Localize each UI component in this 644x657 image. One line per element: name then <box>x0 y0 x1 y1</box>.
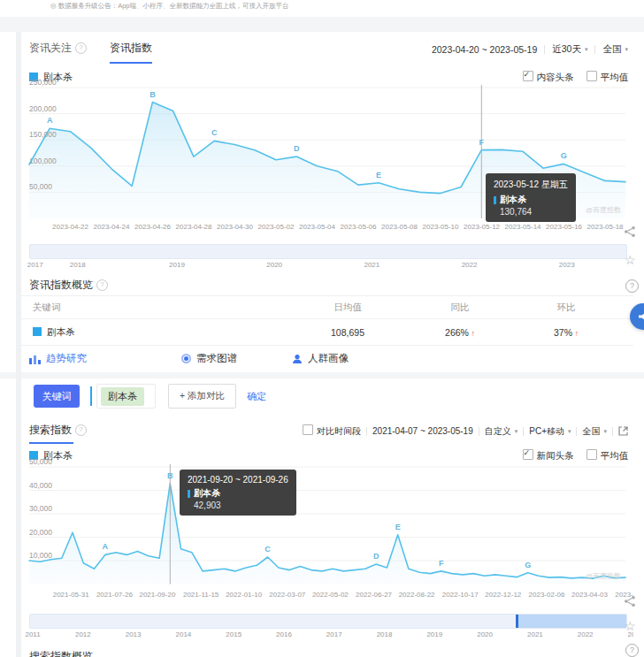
banner-text: ◎ 数据服务升级公告：App端、小程序、全新数据能力全面上线，可接入开放平台 <box>50 2 288 10</box>
divider-band-middle <box>0 372 644 378</box>
year-label: 2016 <box>276 630 292 638</box>
series-color-bar <box>90 386 92 406</box>
year-range-slider[interactable]: 2011201220132014201520162017201820192020… <box>29 614 627 640</box>
chart1-controls: 2023-04-20 ~ 2023-05-19 近30天 全国 <box>432 43 628 56</box>
col-daily-avg: 日均值 <box>334 302 362 314</box>
chart2-legend-row: 剧本杀 新闻头条 平均值 <box>29 449 628 462</box>
peak-marker: B <box>150 90 156 99</box>
help-icon[interactable] <box>625 644 639 657</box>
help-icon[interactable] <box>625 279 639 293</box>
series-color-swatch <box>33 327 42 336</box>
y-axis-tick: 150,000 <box>29 130 57 139</box>
year-label: 2012 <box>75 630 91 638</box>
col-mom: 环比 <box>557 302 576 314</box>
keyword-button[interactable]: 关键词 <box>34 385 80 408</box>
average-option[interactable]: 平均值 <box>586 449 629 462</box>
year-label: 2019 <box>426 630 442 638</box>
confirm-button[interactable]: 确定 <box>247 390 266 403</box>
x-axis-tick: 2022-01-10 <box>226 591 262 599</box>
year-label: 2017 <box>326 630 342 638</box>
year-label: 2022 <box>462 261 478 269</box>
x-axis-tick: 2022-10-17 <box>442 591 479 599</box>
next-section-title-clipped: 搜索指数概览 <box>29 649 93 657</box>
content-headline-option[interactable]: 内容头条 <box>523 71 574 84</box>
share-icon[interactable] <box>624 595 636 611</box>
date-range-label[interactable]: 2023-04-20 ~ 2023-05-19 <box>432 44 537 55</box>
export-icon[interactable] <box>618 426 628 436</box>
checkbox-unchecked-icon[interactable] <box>586 71 597 81</box>
year-label: 2013 <box>126 630 142 638</box>
range-dropdown[interactable]: 近30天 <box>552 43 587 56</box>
add-compare-button[interactable]: + 添加对比 <box>168 384 236 409</box>
device-dropdown[interactable]: PC+移动 <box>529 425 571 438</box>
tab-news-index-label: 资讯指数 <box>110 41 152 56</box>
search-index-chart[interactable]: @百度指数 2021-09-20 ~ 2021-09-26 剧本杀 42,903… <box>21 462 633 607</box>
date-range-label[interactable]: 2021-04-07 ~ 2023-05-19 <box>372 426 473 436</box>
tooltip-series-bar <box>494 196 496 204</box>
slider-track[interactable] <box>29 244 627 259</box>
chart1-tooltip: 2023-05-12 星期五 剧本杀 130,764 <box>486 173 576 222</box>
tooltip-date: 2021-09-20 ~ 2021-09-26 <box>188 475 288 485</box>
page: ◎ 数据服务升级公告：App端、小程序、全新数据能力全面上线，可接入开放平台 资… <box>0 0 644 657</box>
x-axis-tick: 2023-05-06 <box>341 223 377 231</box>
y-axis-tick: 50,000 <box>29 182 52 191</box>
divider-band-top <box>0 17 644 32</box>
chart2-tooltip: 2021-09-20 ~ 2021-09-26 剧本杀 42,903 <box>180 470 296 516</box>
keyword-input-box[interactable]: 剧本杀 <box>96 384 156 409</box>
overview-title: 资讯指数概览 <box>29 278 108 293</box>
tab-news-follow[interactable]: 资讯关注 <box>29 41 87 56</box>
nav-audience-profile[interactable]: 人群画像 <box>292 352 349 365</box>
info-icon[interactable] <box>75 42 87 54</box>
region-dropdown[interactable]: 全国 <box>602 43 628 56</box>
tooltip-value: 130,764 <box>494 207 568 217</box>
x-axis-tick: 2023-05-08 <box>381 223 418 231</box>
peak-marker: G <box>561 151 567 160</box>
y-axis-tick: 100,000 <box>29 157 57 165</box>
year-label: 2022 <box>578 630 594 638</box>
separator <box>479 427 479 436</box>
x-axis-tick: 2021-05-31 <box>53 591 89 599</box>
year-label: 2018 <box>70 261 86 269</box>
nav-trend-research[interactable]: 趋势研究 <box>29 352 87 365</box>
info-icon[interactable] <box>96 279 108 291</box>
y-axis-tick: 10,000 <box>29 551 52 560</box>
x-axis-tick: 2023-05-12 <box>464 223 500 231</box>
y-axis-tick: 200,000 <box>29 104 57 113</box>
checkbox-checked-icon[interactable] <box>523 71 533 81</box>
year-label: 2015 <box>226 630 242 638</box>
year-label: 2020 <box>477 630 493 638</box>
keyword-tag[interactable]: 剧本杀 <box>101 387 144 406</box>
x-axis-tick: 2022-12-12 <box>485 591 521 599</box>
range-dropdown[interactable]: 自定义 <box>485 425 518 438</box>
year-range-slider[interactable]: 2017201820192020202120222023 <box>29 244 627 271</box>
star-icon[interactable]: ☆ <box>625 253 636 267</box>
share-icon[interactable] <box>624 225 636 241</box>
compare-period-option[interactable]: 对比时间段 <box>303 424 361 438</box>
slider-track[interactable] <box>29 614 627 629</box>
keyword-bar: 关键词 剧本杀 + 添加对比 确定 <box>34 384 266 409</box>
row-mom: 37% <box>554 327 579 338</box>
tab-news-follow-label: 资讯关注 <box>29 41 72 56</box>
nav-demand-graph[interactable]: 需求图谱 <box>181 352 237 365</box>
news-index-chart[interactable]: @百度指数 2023-05-12 星期五 剧本杀 130,764 250,000… <box>21 83 633 239</box>
y-axis-tick: 50,000 <box>29 457 52 466</box>
year-label: 2014 <box>176 630 192 638</box>
star-icon[interactable]: ☆ <box>625 619 636 633</box>
tab-news-index[interactable]: 资讯指数 <box>110 41 152 56</box>
checkbox-unchecked-icon[interactable] <box>586 449 597 460</box>
region-dropdown[interactable]: 全国 <box>582 425 607 438</box>
year-label: 2020 <box>266 261 282 269</box>
info-icon[interactable] <box>75 424 87 436</box>
x-axis-tick: 2022-06-27 <box>356 591 392 599</box>
x-axis-tick: 2022-05-02 <box>312 591 349 599</box>
checkbox-unchecked-icon[interactable] <box>303 424 313 435</box>
news-headline-option[interactable]: 新闻头条 <box>523 449 574 462</box>
x-axis-tick: 2021-07-26 <box>96 591 133 599</box>
divider <box>21 318 633 319</box>
search-index-title: 搜索指数 <box>29 423 87 438</box>
slider-selection[interactable] <box>516 615 626 628</box>
average-option[interactable]: 平均值 <box>586 71 629 84</box>
checkbox-checked-icon[interactable] <box>523 449 533 460</box>
bar-chart-icon <box>29 354 41 364</box>
peak-marker: E <box>395 523 401 531</box>
